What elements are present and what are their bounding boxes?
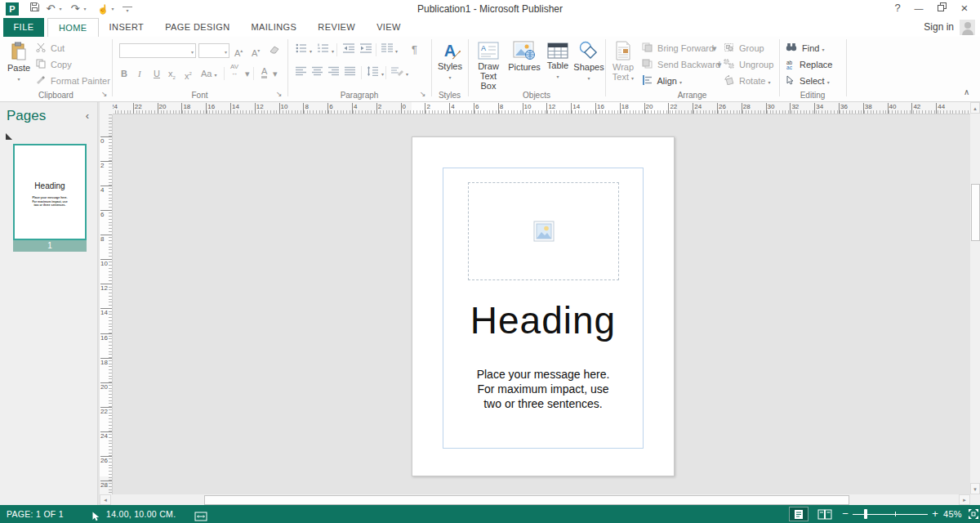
minimize-button[interactable]: — xyxy=(908,0,929,18)
tab-home[interactable]: HOME xyxy=(47,18,99,37)
line-spacing-button[interactable]: ▾ xyxy=(367,65,384,80)
bring-forward-dropdown[interactable]: ▾ xyxy=(712,41,717,56)
send-backward-dropdown[interactable]: ▾ xyxy=(717,57,722,72)
find-button[interactable]: Find ▾ xyxy=(786,41,825,56)
pages-expander-icon[interactable] xyxy=(6,133,12,140)
cut-button[interactable]: Cut xyxy=(36,41,65,56)
scroll-left-button[interactable]: ◂ xyxy=(100,494,111,505)
copy-button[interactable]: Copy xyxy=(36,57,72,72)
svg-text:A: A xyxy=(481,44,486,52)
paste-icon xyxy=(11,42,27,61)
sign-in-link[interactable]: Sign in xyxy=(924,18,954,37)
bold-button[interactable]: B xyxy=(121,66,127,81)
hruler-label: 4 xyxy=(449,103,454,114)
format-painter-icon xyxy=(36,74,46,89)
draw-text-box-button[interactable]: A DrawText Box xyxy=(472,40,505,89)
tab-view[interactable]: VIEW xyxy=(366,18,412,37)
zoom-slider-thumb[interactable] xyxy=(864,509,867,519)
tab-review[interactable]: REVIEW xyxy=(307,18,366,37)
character-spacing-button[interactable]: AV↔ xyxy=(230,64,238,78)
shapes-button[interactable]: Shapes▾ xyxy=(573,40,604,89)
increase-indent-button[interactable] xyxy=(360,42,372,57)
tab-file[interactable]: FILE xyxy=(3,18,44,37)
paste-button[interactable]: Paste▾ xyxy=(4,40,33,89)
columns-button[interactable]: ▾ xyxy=(381,42,398,57)
publication-page[interactable]: Heading Place your message here.For maxi… xyxy=(412,136,675,476)
help-button[interactable]: ? xyxy=(887,0,908,18)
fit-page-button[interactable] xyxy=(964,507,980,521)
vertical-scrollbar[interactable]: ▴ ▾ xyxy=(970,102,980,494)
rotate-button[interactable]: Rotate ▾ xyxy=(724,74,771,88)
page-number-badge[interactable]: 1 xyxy=(13,240,87,252)
object-size-indicator[interactable] xyxy=(194,509,207,523)
paragraph-dialog-launcher[interactable]: ↘ xyxy=(420,89,426,99)
bring-forward-button[interactable]: Bring Forward xyxy=(642,41,714,56)
avatar[interactable] xyxy=(960,20,975,35)
clipboard-dialog-launcher[interactable]: ↘ xyxy=(101,89,108,99)
two-page-spread-button[interactable] xyxy=(815,507,835,521)
italic-button[interactable]: I xyxy=(138,66,141,81)
horizontal-scroll-thumb[interactable] xyxy=(204,495,849,505)
paragraph-shading-button[interactable]: ▾ xyxy=(391,65,408,80)
justify-button[interactable] xyxy=(345,65,356,80)
align-left-button[interactable] xyxy=(296,65,307,80)
page-thumbnail-1[interactable]: Heading Place your message here.For maxi… xyxy=(13,144,87,240)
show-paragraph-marks-button[interactable]: ¶ xyxy=(412,42,417,57)
picture-placeholder[interactable] xyxy=(468,182,619,280)
wrap-text-button[interactable]: WrapText ▾ xyxy=(608,40,638,89)
paste-dropdown[interactable]: ▾ xyxy=(17,77,20,82)
font-color-button[interactable]: A xyxy=(261,66,267,78)
select-button[interactable]: Select ▾ xyxy=(786,74,830,88)
hruler-label: 22 xyxy=(668,103,677,114)
restore-button[interactable] xyxy=(931,0,952,18)
align-center-button[interactable] xyxy=(312,65,323,80)
body-text-box[interactable]: Place your message here.For maximum impa… xyxy=(412,367,674,411)
restore-icon xyxy=(938,2,947,11)
horizontal-scrollbar[interactable]: ◂ ▸ xyxy=(100,494,970,505)
tab-mailings[interactable]: MAILINGS xyxy=(241,18,308,37)
hruler-label: 20 xyxy=(644,103,653,114)
tab-insert[interactable]: INSERT xyxy=(99,18,155,37)
pictures-button[interactable]: Pictures xyxy=(506,40,542,89)
scroll-down-button[interactable]: ▾ xyxy=(970,483,980,494)
close-button[interactable]: × xyxy=(954,0,975,18)
zoom-in-button[interactable]: + xyxy=(929,505,941,523)
vertical-scroll-thumb[interactable] xyxy=(971,184,980,241)
bullets-button[interactable]: ▾ xyxy=(296,42,312,57)
styles-button[interactable]: A Styles▾ xyxy=(434,40,466,89)
align-button[interactable]: Align ▾ xyxy=(642,74,682,88)
format-painter-button[interactable]: Format Painter xyxy=(36,74,110,88)
font-color-dropdown[interactable]: ▾ xyxy=(273,66,278,81)
send-backward-button[interactable]: Send Backward xyxy=(642,57,720,72)
page-indicator[interactable]: PAGE: 1 OF 1 xyxy=(7,505,64,523)
grow-font-button[interactable]: A▴ xyxy=(234,43,243,58)
scroll-up-button[interactable]: ▴ xyxy=(970,102,980,114)
collapse-ribbon-button[interactable]: ∧ xyxy=(964,87,969,97)
subscript-button[interactable]: x2 xyxy=(168,66,176,81)
scroll-right-button[interactable]: ▸ xyxy=(959,494,970,505)
table-button[interactable]: Table▾ xyxy=(544,40,572,89)
font-name-combo[interactable]: ▾ xyxy=(119,43,196,58)
character-spacing-dropdown[interactable]: ▾ xyxy=(245,66,250,81)
underline-button[interactable]: U xyxy=(154,66,160,81)
vruler-label: 0 xyxy=(100,136,112,145)
heading-text-box[interactable]: Heading xyxy=(412,299,674,342)
numbering-button[interactable]: ▾ xyxy=(318,42,334,57)
zoom-level[interactable]: 45% xyxy=(943,505,962,523)
clear-formatting-button[interactable] xyxy=(270,43,280,58)
align-right-button[interactable] xyxy=(328,65,340,80)
change-case-button[interactable]: Aa ▾ xyxy=(201,66,217,81)
replace-button[interactable]: abac Replace xyxy=(784,57,832,72)
tab-page-design[interactable]: PAGE DESIGN xyxy=(154,18,240,37)
cursor-coordinates[interactable]: 14.00, 10.00 CM. xyxy=(106,505,176,523)
ungroup-button[interactable]: Ungroup xyxy=(724,57,773,72)
single-page-view-button[interactable] xyxy=(789,507,808,521)
font-dialog-launcher[interactable]: ↘ xyxy=(276,89,283,99)
decrease-indent-button[interactable] xyxy=(343,42,355,57)
zoom-out-button[interactable]: − xyxy=(840,505,851,523)
font-size-combo[interactable]: ▾ xyxy=(198,43,229,58)
shrink-font-button[interactable]: A▾ xyxy=(252,43,260,58)
superscript-button[interactable]: x2 xyxy=(185,66,192,81)
collapse-pages-panel-button[interactable]: ‹ xyxy=(86,110,89,122)
group-button[interactable]: Group xyxy=(724,41,764,56)
